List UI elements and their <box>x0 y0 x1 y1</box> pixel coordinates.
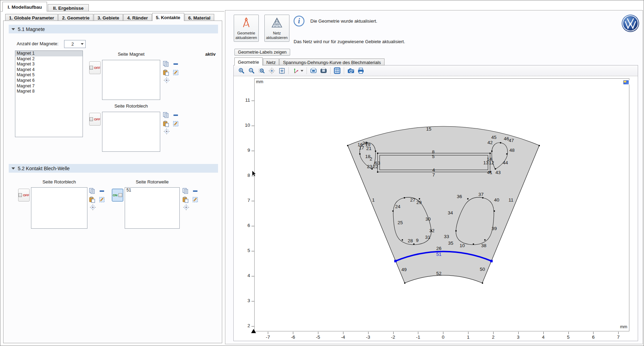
remove-selection-icon[interactable] <box>172 61 179 67</box>
x-tick-mark <box>343 332 343 334</box>
magnet-list-item[interactable]: Magnet 6 <box>15 78 83 84</box>
collapse-triangle-icon <box>11 167 15 170</box>
seite-rotorblech-selection-list[interactable] <box>102 112 160 152</box>
paste-selection-icon[interactable] <box>163 120 169 127</box>
anzahl-magnete-label: Anzahl der Magnete: <box>17 41 59 46</box>
y-tick-label: 10 <box>241 123 250 128</box>
chevron-down-icon[interactable] <box>301 70 303 72</box>
x-tick-label: 2 <box>487 335 499 340</box>
mouse-cursor <box>252 171 257 178</box>
zoom-to-selection-icon[interactable] <box>163 77 170 84</box>
plot-window-icon[interactable] <box>623 80 629 85</box>
aktiv-column-label: aktiv <box>194 52 216 57</box>
main-tab-ii-ergebnisse[interactable]: II. Ergebnisse <box>48 4 89 11</box>
zoom-in-icon[interactable] <box>238 67 245 74</box>
toggle-box-icon <box>18 193 22 197</box>
sub-tab-2-geometrie[interactable]: 2. Geometrie <box>58 14 93 21</box>
show-geometry-labels-button[interactable]: Geometrie-Labels zeigen <box>234 49 290 56</box>
toggle-state: OFF <box>23 194 29 197</box>
toolbar-separator <box>288 67 289 74</box>
clear-selection-icon[interactable] <box>99 196 105 203</box>
zoom-to-selection-icon[interactable] <box>183 204 189 211</box>
y-tick-label: 8 <box>241 173 250 178</box>
selection-entry[interactable]: 51 <box>125 188 179 193</box>
anzahl-magnete-dropdown[interactable]: 2 <box>64 40 86 48</box>
x-tick-mark <box>493 332 494 334</box>
snapshot-camera-icon[interactable] <box>347 67 354 74</box>
clear-selection-icon[interactable] <box>172 120 179 127</box>
zoom-out-icon[interactable] <box>248 67 255 74</box>
sub-tab-6-material[interactable]: 6. Material <box>185 14 215 21</box>
seite-rotorblech-toggle[interactable]: OFF <box>89 113 101 126</box>
grid-icon[interactable] <box>334 67 341 74</box>
remove-selection-icon[interactable] <box>99 188 105 194</box>
paste-selection-icon[interactable] <box>163 69 169 76</box>
magnet-list-item[interactable]: Magnet 3 <box>15 62 83 67</box>
clear-selection-icon[interactable] <box>192 196 199 203</box>
update-mesh-button[interactable]: Netz aktualisieren <box>264 15 289 42</box>
export-image-dark-icon[interactable] <box>320 67 327 74</box>
graphics-toolbar <box>234 65 638 76</box>
graphics-tab-spannungs-dehnungs-kurve-des-blechmaterials[interactable]: Spannungs-Dehnungs-Kurve des Blechmateri… <box>279 58 384 65</box>
sub-tab-3-gebiete[interactable]: 3. Gebiete <box>94 14 123 21</box>
sub-tab-5-kontakte[interactable]: 5. Kontakte <box>152 13 184 21</box>
graphics-tab-netz[interactable]: Netz <box>263 58 279 65</box>
x-tick-mark <box>268 332 268 334</box>
view-orientation-icon[interactable] <box>292 67 299 74</box>
kontakt-rotorwelle-toggle[interactable]: ON <box>112 189 123 202</box>
vw-logo <box>621 14 639 32</box>
clear-selection-icon[interactable] <box>172 69 179 76</box>
magnet-list-item[interactable]: Magnet 8 <box>15 89 83 94</box>
remove-selection-icon[interactable] <box>192 188 199 194</box>
graphics-tab-geometrie[interactable]: Geometrie <box>234 57 263 65</box>
kontakt-rotorblech-title: Seite Rotorblech <box>31 179 87 184</box>
copy-selection-icon[interactable] <box>182 188 189 194</box>
print-icon[interactable] <box>357 67 364 74</box>
remove-selection-icon[interactable] <box>172 112 179 118</box>
kontakt-rotorblech-toggle[interactable]: OFF <box>18 189 30 202</box>
kontakt-rotorblech-selection-list[interactable] <box>31 187 87 229</box>
main-tab-i-modellaufbau[interactable]: I. Modellaufbau <box>2 2 47 11</box>
copy-selection-icon[interactable] <box>89 188 95 194</box>
section-header-kontakt[interactable]: 5.2 Kontakt Blech-Welle <box>9 164 218 173</box>
update-geometry-button[interactable]: Geometrie aktualisieren <box>234 15 259 42</box>
seite-magnet-toggle[interactable]: OFF <box>89 61 101 74</box>
magnet-list-item[interactable]: Magnet 5 <box>15 72 83 78</box>
magnet-list[interactable]: Magnet 1Magnet 2Magnet 3Magnet 4Magnet 5… <box>15 50 83 137</box>
kontakt-rotorwelle-selection-list[interactable]: 51 <box>125 187 180 229</box>
x-tick-mark <box>443 332 443 334</box>
seite-magnet-selection-list[interactable] <box>102 60 160 100</box>
magnet-list-item[interactable]: Magnet 7 <box>15 84 83 89</box>
zoom-to-selection-icon[interactable] <box>163 128 170 135</box>
zoom-box-icon[interactable] <box>258 67 265 74</box>
zoom-to-selection-icon[interactable] <box>90 204 96 211</box>
toggle-box-icon <box>90 117 93 121</box>
paste-selection-icon[interactable] <box>89 196 95 203</box>
geometry-plot[interactable] <box>254 78 629 331</box>
seite-rotorblech-selection-tools <box>163 112 181 135</box>
paste-selection-icon[interactable] <box>182 196 189 203</box>
toolbar-separator <box>344 67 344 74</box>
x-tick-mark <box>318 332 318 334</box>
zoom-extents-icon[interactable] <box>278 67 285 74</box>
magnet-list-item[interactable]: Magnet 4 <box>15 67 83 73</box>
export-image-icon[interactable] <box>310 67 317 74</box>
graphics-tab-bar: GeometrieNetzSpannungs-Dehnungs-Kurve de… <box>234 57 385 65</box>
kontakt-rotorblech-selection-tools <box>89 188 107 211</box>
sub-tab-1-globale-parameter[interactable]: 1. Globale Parameter <box>5 14 58 21</box>
magnet-list-item[interactable]: Magnet 2 <box>15 56 83 62</box>
x-tick-mark <box>393 332 394 334</box>
x-tick-mark <box>418 332 418 334</box>
sub-tab-4-r-nder[interactable]: 4. Ränder <box>123 14 152 21</box>
x-tick-label: -1 <box>412 335 424 340</box>
x-tick-label: 6 <box>587 335 599 340</box>
y-tick-mark <box>251 101 254 101</box>
copy-selection-icon[interactable] <box>163 61 169 67</box>
x-tick-label: -4 <box>337 335 349 340</box>
magnet-list-item[interactable]: Magnet 1 <box>15 51 83 56</box>
mesh-update-note: Das Netz wird nur für zugewiesene Gebiet… <box>294 39 405 44</box>
section-header-magnete[interactable]: 5.1 Magnete <box>9 25 218 33</box>
toolbar-separator <box>307 67 307 74</box>
zoom-to-selection-icon[interactable] <box>268 67 275 74</box>
copy-selection-icon[interactable] <box>163 112 169 118</box>
